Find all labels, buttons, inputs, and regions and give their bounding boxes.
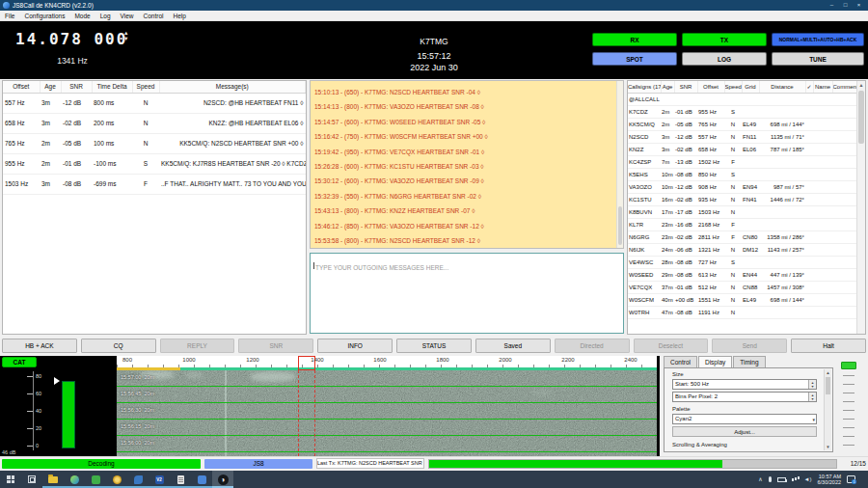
notepad-button[interactable] <box>170 471 191 488</box>
cell-speed[interactable]: N <box>724 193 742 205</box>
column-header[interactable]: Callsigns (17) <box>628 81 661 93</box>
cell-distance[interactable] <box>759 93 805 105</box>
cell-age[interactable]: 3m <box>661 143 674 155</box>
cell-distance[interactable]: 698 mi / 144° <box>759 293 805 306</box>
cell-speed[interactable]: N <box>132 113 159 133</box>
cell-name[interactable] <box>813 268 832 281</box>
freq-down-icon[interactable]: ▼ <box>123 37 128 41</box>
cell-distance[interactable] <box>759 155 805 168</box>
cell-grid[interactable]: EL06 <box>742 143 759 155</box>
cell-snr[interactable]: -08 dB <box>674 168 697 180</box>
cell-check[interactable] <box>805 243 813 256</box>
cell-name[interactable] <box>813 293 832 306</box>
cell-name[interactable] <box>813 130 832 143</box>
tx-button[interactable]: TX <box>682 33 767 46</box>
cell-age[interactable]: 3m <box>40 113 61 133</box>
cell-speed[interactable]: N <box>724 293 742 306</box>
frequency-stepper[interactable]: ▲ ▼ <box>123 31 128 41</box>
call-activity-row[interactable]: K5EHS 10m -08 dB 850 Hz S <box>628 168 858 180</box>
cell-speed[interactable]: S <box>724 256 742 268</box>
cell-distance[interactable]: 1143 mi / 257° <box>759 243 805 256</box>
rx-message-line[interactable]: 15:43:13 - (800) - K7TMG: KN2Z HEARTBEAT… <box>314 203 619 218</box>
cell-snr[interactable]: -05 dB <box>674 118 697 130</box>
cell-age[interactable]: 23m <box>661 218 674 230</box>
cell-offset[interactable]: 955 Hz <box>697 105 724 118</box>
cell-offset[interactable]: 512 Hz <box>697 281 724 293</box>
cell-check[interactable] <box>805 193 813 205</box>
cell-snr[interactable]: -13 dB <box>674 155 697 168</box>
cell-check[interactable] <box>805 268 813 281</box>
column-header[interactable]: Age <box>661 81 674 93</box>
cell-name[interactable] <box>813 180 832 193</box>
scrollbar-thumb[interactable] <box>858 91 864 144</box>
control-tab[interactable]: Timing <box>733 356 765 367</box>
cell-age[interactable]: 16m <box>661 193 674 205</box>
cell-check[interactable] <box>805 256 813 268</box>
cell-snr[interactable]: -08 dB <box>674 306 697 318</box>
taskbar-clock[interactable]: 10:57 AM 6/30/2022 <box>818 474 841 486</box>
cell-speed[interactable]: N <box>724 268 742 281</box>
menu-item[interactable]: Control <box>144 13 164 19</box>
tx-message-input[interactable]: TYPE YOUR OUTGOING MESSAGES HERE... <box>310 253 624 334</box>
cell-offset[interactable]: 1503 Hz <box>3 174 40 194</box>
cell-time-delta[interactable]: -699 ms <box>92 174 132 194</box>
cell-distance[interactable]: 698 mi / 144° <box>759 118 805 130</box>
cell-snr[interactable]: -01 dB <box>61 153 92 174</box>
cell-comment[interactable] <box>832 218 858 230</box>
cell-name[interactable] <box>813 143 832 155</box>
cell-check[interactable] <box>805 168 813 180</box>
minimize-button[interactable]: – <box>826 1 838 10</box>
cell-offset[interactable]: 765 Hz <box>697 118 724 130</box>
cell-age[interactable]: 23m <box>661 230 674 243</box>
cell-distance[interactable] <box>759 306 805 318</box>
cell-snr[interactable]: -01 dB <box>674 281 697 293</box>
rx-message-line[interactable]: 15:53:58 - (800) - K7TMG: N2SCD HEARTBEA… <box>314 233 619 248</box>
cell-age[interactable]: 10m <box>661 168 674 180</box>
cell-check[interactable] <box>805 93 813 105</box>
cell-callsign[interactable]: KL7R <box>628 218 661 230</box>
cell-offset[interactable]: 1503 Hz <box>697 205 724 218</box>
cell-message[interactable]: ..F THAT.. ALRIGHTY MATT.. 73 TO YOU AND… <box>159 174 306 194</box>
log-button[interactable]: LOG <box>682 52 767 66</box>
rx-message-line[interactable]: 15:30:12 - (600) - K7TMG: VA3OZO HEARTBE… <box>314 174 619 188</box>
cell-distance[interactable]: 1457 mi / 308° <box>759 281 805 293</box>
cell-offset[interactable]: 850 Hz <box>697 168 724 180</box>
file-explorer-button[interactable] <box>42 471 64 488</box>
cell-check[interactable] <box>805 118 813 130</box>
edge-browser-button[interactable] <box>64 471 85 488</box>
cell-check[interactable] <box>805 155 813 168</box>
cell-age[interactable]: 40m <box>661 293 674 306</box>
cell-age[interactable]: 28m <box>661 256 674 268</box>
cell-offset[interactable]: 658 Hz <box>3 113 40 133</box>
cell-grid[interactable] <box>742 155 759 168</box>
action-button[interactable]: Directed <box>555 339 630 353</box>
cell-age[interactable]: 2m <box>40 133 61 153</box>
task-view-button[interactable] <box>21 471 42 488</box>
column-header[interactable]: SNR <box>674 81 697 93</box>
cell-callsign[interactable]: VE4WSC <box>628 256 661 268</box>
cell-check[interactable] <box>805 218 813 230</box>
rx-scrollbar-thumb[interactable] <box>618 206 622 245</box>
cell-grid[interactable]: EN44 <box>742 268 759 281</box>
column-header[interactable]: Speed <box>132 81 159 93</box>
action-button[interactable]: SNR <box>238 339 313 353</box>
cell-comment[interactable] <box>832 243 858 256</box>
cell-distance[interactable]: 987 mi / 57° <box>759 180 805 193</box>
call-activity-row[interactable]: W0TRH 47m -08 dB 1191 Hz N <box>628 306 858 318</box>
cell-age[interactable]: 3m <box>40 174 61 194</box>
microphone-icon[interactable] <box>769 476 772 482</box>
cell-comment[interactable] <box>832 230 858 243</box>
band-activity-row[interactable]: 1503 Hz 3m -08 dB -699 ms F ..F THAT.. A… <box>3 174 306 194</box>
cell-comment[interactable] <box>832 168 858 180</box>
cell-check[interactable] <box>805 281 813 293</box>
cell-comment[interactable] <box>832 105 858 118</box>
cell-name[interactable] <box>813 105 832 118</box>
action-button[interactable]: Saved <box>475 339 551 353</box>
cell-offset[interactable]: 1191 Hz <box>697 306 724 318</box>
cell-age[interactable] <box>661 93 674 105</box>
call-activity-row[interactable]: VA3OZO 10m -12 dB 908 Hz N EN94 987 mi /… <box>628 180 858 193</box>
cell-comment[interactable] <box>832 143 858 155</box>
call-activity-row[interactable]: KC1STU 16m -02 dB 935 Hz N FN41 1446 mi … <box>628 193 858 205</box>
cell-name[interactable] <box>813 306 832 318</box>
scroll-down-icon[interactable]: ▼ <box>825 444 831 450</box>
